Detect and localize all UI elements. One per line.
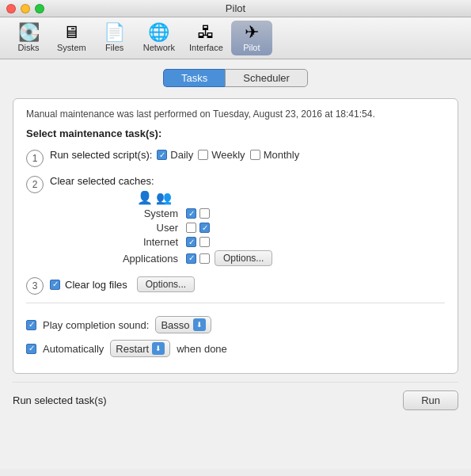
pilot-icon: ✈ (245, 24, 259, 41)
task-2-label: Clear selected caches: (50, 175, 154, 187)
auto-action-checkbox[interactable] (26, 344, 36, 354)
clear-log-checkbox-wrap[interactable] (50, 280, 60, 290)
toolbar-item-pilot[interactable]: ✈ Pilot (231, 21, 272, 55)
files-icon: 📄 (104, 24, 125, 41)
monthly-label: Monthly (264, 149, 300, 161)
toolbar-label-disks: Disks (18, 43, 40, 52)
toolbar-label-system: System (57, 43, 86, 52)
toolbar-item-network[interactable]: 🌐 Network (137, 21, 181, 55)
cache-label-user: User (50, 222, 186, 234)
divider-1 (26, 303, 445, 303)
cache-row-applications: Applications Options... (50, 250, 445, 266)
network-icon: 🌐 (148, 24, 169, 41)
toolbar-label-network: Network (143, 43, 175, 52)
cache-checks-internet (186, 237, 210, 247)
applications-group-checkbox[interactable] (199, 253, 210, 264)
user-single-checkbox[interactable] (186, 223, 196, 233)
cache-row-internet: Internet (50, 236, 445, 248)
toolbar-item-system[interactable]: 🖥 System (51, 21, 93, 55)
maximize-button[interactable] (35, 4, 44, 13)
task3-options-button[interactable]: Options... (137, 276, 195, 292)
task-1-content: Run selected script(s): Daily Weekly Mon… (50, 149, 445, 161)
single-user-icon: 👤 (135, 190, 154, 205)
toolbar: 💽 Disks 🖥 System 📄 Files 🌐 Network 🖧 Int… (0, 17, 471, 59)
sound-value: Basso (161, 319, 189, 331)
cache-label-applications: Applications (50, 253, 186, 265)
action-select-arrow: ⬇ (152, 342, 165, 355)
task-row-1: 1 Run selected script(s): Daily Weekly M… (26, 149, 445, 167)
task-2-header: Clear selected caches: (50, 175, 445, 187)
task-3-content: Clear log files Options... (50, 276, 445, 292)
action-select[interactable]: Restart ⬇ (110, 340, 170, 357)
segmented-control: Tasks Scheduler (13, 69, 458, 87)
monthly-checkbox[interactable] (250, 150, 260, 160)
task-1-inline: Run selected script(s): Daily Weekly Mon… (50, 149, 445, 161)
select-maintenance-label: Select maintenance task(s): (26, 128, 445, 139)
task-3-inline: Clear log files Options... (50, 276, 445, 292)
clear-log-checkbox[interactable] (50, 280, 60, 290)
internet-single-checkbox[interactable] (186, 237, 196, 247)
applications-single-checkbox[interactable] (186, 253, 196, 264)
titlebar: Pilot (0, 0, 471, 17)
task-number-1: 1 (26, 150, 44, 167)
task-row-3: 3 Clear log files Options... (26, 276, 445, 295)
auto-action-row: Automatically Restart ⬇ when done (26, 340, 445, 357)
tab-tasks[interactable]: Tasks (163, 69, 225, 87)
window-title: Pilot (226, 2, 245, 14)
play-sound-row: Play completion sound: Basso ⬇ (26, 316, 445, 333)
weekly-label: Weekly (211, 149, 245, 161)
window-controls[interactable] (6, 4, 44, 13)
toolbar-item-interface[interactable]: 🖧 Interface (183, 21, 230, 55)
tab-scheduler[interactable]: Scheduler (225, 69, 308, 87)
cache-checks-system (186, 208, 210, 219)
bottom-controls: Play completion sound: Basso ⬇ Automatic… (26, 310, 445, 357)
task-3-label: Clear log files (65, 279, 127, 291)
run-selected-label: Run selected task(s) (13, 394, 107, 406)
auto-action-checkbox-wrap[interactable] (26, 344, 36, 354)
main-panel: Manual maintenance was last performed on… (13, 98, 458, 374)
cache-checks-user (186, 223, 210, 233)
sound-select-arrow: ⬇ (193, 318, 206, 331)
content-area: Tasks Scheduler Manual maintenance was l… (0, 59, 471, 469)
interface-icon: 🖧 (197, 24, 215, 41)
last-performed-text: Manual maintenance was last performed on… (26, 109, 445, 120)
toolbar-label-files: Files (105, 43, 123, 52)
task-number-3: 3 (26, 277, 44, 295)
daily-checkbox-wrap[interactable]: Daily (157, 149, 193, 161)
play-sound-checkbox-wrap[interactable] (26, 320, 36, 330)
toolbar-item-files[interactable]: 📄 Files (94, 21, 135, 55)
daily-checkbox[interactable] (157, 150, 167, 160)
close-button[interactable] (6, 4, 16, 13)
monthly-checkbox-wrap[interactable]: Monthly (250, 149, 300, 161)
cache-label-system: System (50, 208, 186, 219)
weekly-checkbox-wrap[interactable]: Weekly (198, 149, 245, 161)
task-number-2: 2 (26, 176, 44, 193)
cache-row-user: User (50, 222, 445, 234)
disks-icon: 💽 (18, 24, 40, 41)
cache-label-internet: Internet (50, 236, 186, 248)
minimize-button[interactable] (21, 4, 30, 13)
toolbar-item-disks[interactable]: 💽 Disks (8, 21, 49, 55)
run-bar: Run selected task(s) Run (13, 382, 458, 410)
task-1-label: Run selected script(s): (50, 149, 152, 161)
user-group-checkbox[interactable] (199, 223, 210, 233)
when-done-label: when done (177, 343, 227, 355)
run-button[interactable]: Run (403, 390, 458, 410)
play-sound-checkbox[interactable] (26, 320, 36, 330)
toolbar-label-interface: Interface (189, 43, 223, 52)
applications-options-button[interactable]: Options... (215, 250, 272, 266)
play-sound-label: Play completion sound: (43, 319, 149, 331)
system-single-checkbox[interactable] (186, 208, 196, 219)
sound-select[interactable]: Basso ⬇ (155, 316, 211, 333)
daily-label: Daily (170, 149, 193, 161)
action-value: Restart (116, 343, 149, 355)
internet-group-checkbox[interactable] (199, 237, 210, 247)
weekly-checkbox[interactable] (198, 150, 208, 160)
system-icon: 🖥 (63, 24, 80, 41)
cache-row-system: System (50, 208, 445, 219)
toolbar-label-pilot: Pilot (243, 43, 260, 52)
system-group-checkbox[interactable] (199, 208, 210, 219)
cache-icon-header: 👤 👥 (50, 190, 445, 205)
cache-checks-applications (186, 253, 210, 264)
cache-section: 👤 👥 System User (50, 190, 445, 266)
